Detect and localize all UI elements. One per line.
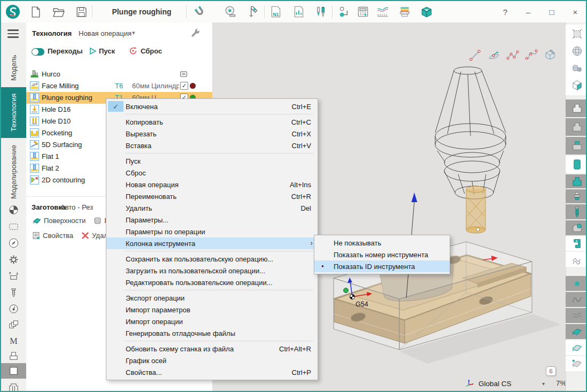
context-menu-item[interactable]: Генерировать отладочные файлы [106, 327, 318, 339]
drill-tool-icon[interactable] [566, 204, 587, 219]
tools-icon[interactable] [313, 4, 328, 19]
press-icon[interactable] [1, 348, 26, 364]
tree-row[interactable]: Hurco [26, 68, 212, 80]
context-menu-item[interactable]: УдалитьDel [106, 202, 318, 214]
reset-icon[interactable] [129, 47, 137, 55]
submenu-item[interactable]: Показать номер инструмента [314, 249, 450, 260]
machining-box-icon[interactable] [419, 4, 434, 19]
layers-stack-icon[interactable] [397, 4, 412, 19]
context-menu-item[interactable]: ВырезатьCtrl+X [106, 128, 318, 140]
context-menu-item[interactable]: ПереименоватьCtrl+R [106, 190, 318, 202]
workpiece-cylinder-icon[interactable] [566, 156, 587, 173]
context-menu-item[interactable]: Колонка инструмента› [106, 237, 318, 249]
help-button[interactable]: ? [496, 1, 515, 22]
doc-stack-icon[interactable] [179, 70, 188, 79]
context-menu-item[interactable]: Импорт параметров [106, 304, 318, 316]
transitions-label[interactable]: Переходы [48, 47, 83, 55]
context-menu-item[interactable]: Сброс [106, 167, 318, 179]
context-menu-item[interactable]: Импорт операции [106, 316, 318, 327]
report-icon[interactable] [291, 4, 306, 19]
shaded-view-icon[interactable] [566, 60, 587, 76]
spline-icon[interactable] [524, 48, 539, 63]
isometric-view-icon[interactable] [566, 77, 587, 93]
context-menu-item[interactable]: Новая операцияAlt+Ins [106, 179, 318, 190]
sketch-cube-icon[interactable] [543, 48, 558, 63]
workpiece-outline-icon[interactable] [566, 99, 587, 117]
tool-drill-icon[interactable] [1, 285, 26, 301]
reset-label[interactable]: Сброс [141, 47, 162, 55]
process-node-icon[interactable] [337, 4, 352, 19]
run-label[interactable]: Пуск [99, 47, 115, 55]
enabled-checkbox[interactable]: ✓ [180, 82, 188, 90]
context-menu-item[interactable]: Сохранить как пользовательскую операцию.… [106, 253, 318, 265]
save-button[interactable] [74, 4, 89, 19]
submenu-item[interactable]: ●Показать ID инструмента [314, 260, 450, 272]
gauge-icon[interactable] [1, 301, 26, 317]
new-document-button[interactable] [28, 4, 43, 19]
part-fixture-icon[interactable] [566, 220, 587, 235]
context-menu-item[interactable]: ВставкаCtrl+V [106, 140, 318, 151]
calculator-icon[interactable] [356, 4, 370, 19]
workpiece-teal-icon[interactable] [566, 174, 587, 188]
workpiece-button[interactable]: Поверхности [44, 217, 86, 225]
nav-tab-2[interactable]: Моделирование [1, 140, 26, 204]
measure-tape-icon[interactable] [223, 4, 238, 19]
workpiece-top-icon[interactable] [566, 137, 587, 155]
caliper-icon[interactable] [245, 4, 260, 19]
context-menu-item[interactable]: Обновить схему станка из файлаCtrl+Alt+R [106, 343, 318, 355]
context-menu-item[interactable]: Редактировать пользовательские операции.… [106, 276, 318, 288]
flag-dot-icon[interactable] [566, 356, 587, 371]
context-menu-item[interactable]: График осей [106, 355, 318, 366]
hamburger-menu-icon[interactable] [7, 29, 19, 40]
close-button[interactable]: × [566, 1, 585, 22]
workpiece-mode[interactable]: Авто - Рез [60, 203, 93, 211]
context-menu-item[interactable]: Экспорт операции [106, 292, 318, 304]
minimize-button[interactable]: – [519, 1, 538, 22]
wrench-icon[interactable] [190, 28, 202, 40]
nav-tab-1[interactable]: Технология [1, 87, 26, 138]
context-menu-item[interactable]: Свойства...Ctrl+P [106, 366, 318, 378]
context-menu-item[interactable]: Пуск [106, 155, 318, 167]
nav-tab-0[interactable]: Модель [1, 50, 26, 86]
fit-view-icon[interactable] [566, 26, 587, 42]
surface-normal-icon[interactable] [486, 48, 501, 63]
maximize-button[interactable]: □ [542, 1, 561, 22]
cs-selector[interactable]: Global CS [478, 380, 512, 388]
magnet-icon[interactable] [192, 4, 207, 19]
context-menu-item[interactable]: КопироватьCtrl+C [106, 116, 318, 128]
chevron-down-icon[interactable]: ▾ [132, 29, 135, 36]
context-menu-item[interactable]: ✓ВключенаCtrl+E [106, 101, 318, 112]
context-menu-item[interactable]: Параметры по операции [106, 226, 318, 237]
square-tool-icon[interactable] [1, 363, 26, 379]
selection-rect-icon[interactable] [1, 219, 26, 234]
compass-icon[interactable] [1, 235, 26, 251]
nc-program-icon[interactable]: N1 [268, 4, 283, 19]
polyline-icon[interactable] [505, 48, 520, 63]
layers-icon[interactable] [1, 317, 26, 333]
waves-outline-icon[interactable] [566, 308, 587, 323]
machine-part-icon[interactable] [566, 236, 587, 251]
graph-icon[interactable] [375, 4, 390, 19]
cabinet-icon[interactable] [1, 380, 26, 392]
wireframe-sphere-icon[interactable] [566, 43, 587, 59]
transitions-toggle[interactable] [32, 48, 44, 56]
datum-circle-icon[interactable] [1, 202, 26, 218]
toolpath-icon[interactable] [566, 252, 587, 267]
tree-row[interactable]: Face MillingT660мм Цилиндр✓ [26, 80, 212, 92]
m-code-icon[interactable]: M [1, 333, 26, 349]
new-operation-dropdown[interactable]: Новая операция [79, 29, 132, 37]
point-icon[interactable] [566, 276, 587, 291]
workpiece-button[interactable]: Свойства [43, 232, 73, 240]
submenu-item[interactable]: Не показывать [314, 237, 450, 249]
open-folder-button[interactable] [51, 4, 66, 19]
curve-icon[interactable] [566, 292, 587, 307]
workpiece-solid-icon[interactable] [566, 118, 587, 136]
settings-gear-icon[interactable] [1, 252, 26, 267]
flag-filled-icon[interactable] [566, 324, 587, 339]
workpiece-setup-icon[interactable] [1, 268, 26, 284]
context-menu-item[interactable]: Загрузить из пользовательской операции..… [106, 265, 318, 276]
chevron-down-icon[interactable]: ▾ [542, 381, 545, 387]
context-menu-item[interactable]: Параметры... [106, 214, 318, 226]
layered-cone-icon[interactable] [566, 189, 587, 203]
flag-outline-icon[interactable] [566, 340, 587, 355]
